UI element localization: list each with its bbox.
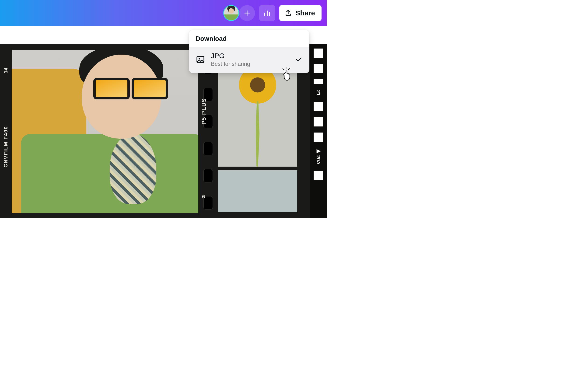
download-option-format: JPG xyxy=(211,52,289,60)
download-option-jpg[interactable]: JPG Best for sharing xyxy=(189,47,310,73)
film-brand-label-left: CNVFILM F400 xyxy=(3,126,9,168)
film-edge-number-21: 21 xyxy=(315,90,321,96)
plus-icon xyxy=(244,10,250,16)
download-popover-title: Download xyxy=(189,30,310,47)
film-edge-number-20a: ▶ 20A xyxy=(315,148,321,164)
film-frame-number-left: 14 xyxy=(3,68,9,73)
check-icon xyxy=(294,55,303,64)
film-edge-markings: 21 ▶ 20A xyxy=(310,44,327,218)
user-avatar[interactable] xyxy=(223,5,239,21)
film-frame-hand xyxy=(218,170,297,212)
download-option-subtitle: Best for sharing xyxy=(211,61,289,67)
svg-point-1 xyxy=(198,58,200,59)
add-button[interactable] xyxy=(239,5,255,21)
analytics-button[interactable] xyxy=(259,5,275,21)
share-button-label: Share xyxy=(296,9,315,17)
upload-icon xyxy=(284,9,292,17)
download-popover: Download JPG Best for sharing xyxy=(189,30,310,73)
film-frame-number-mid: 6 xyxy=(202,194,205,200)
bar-chart-icon xyxy=(263,9,271,17)
film-sprockets-vertical xyxy=(198,58,218,218)
top-header: Share xyxy=(0,0,327,26)
film-frame-main xyxy=(12,50,198,213)
film-brand-label-mid: P5 PLUS xyxy=(201,98,207,124)
share-button[interactable]: Share xyxy=(279,5,322,21)
image-icon xyxy=(196,54,205,64)
